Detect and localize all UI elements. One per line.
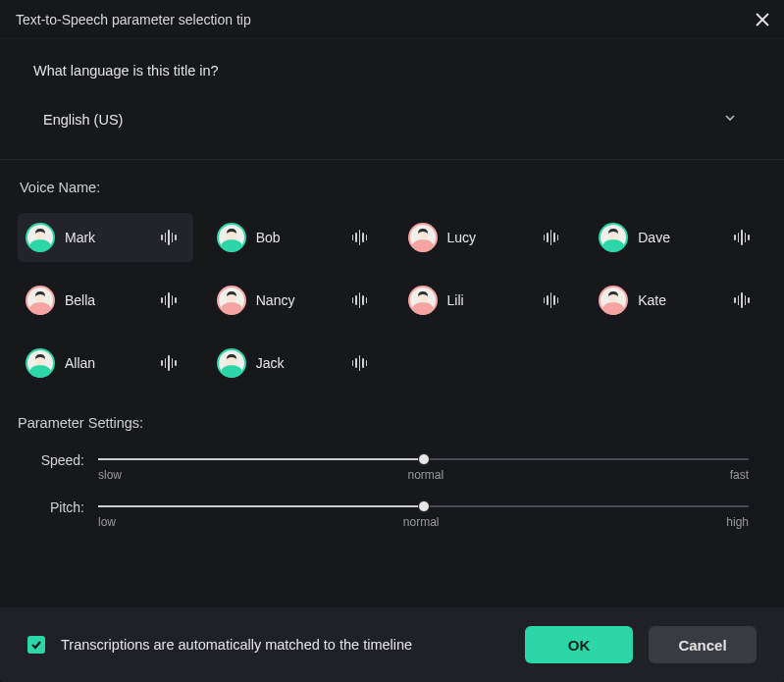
audio-wave-icon [538, 229, 563, 246]
voice-name: Lili [447, 292, 529, 308]
voice-name: Jack [256, 355, 338, 371]
timeline-checkbox[interactable] [27, 636, 45, 654]
pitch-tick-high: high [726, 515, 749, 529]
voice-name: Nancy [256, 292, 338, 308]
speed-tick-low: slow [98, 468, 122, 482]
voice-name: Dave [638, 230, 719, 245]
language-value: English (US) [43, 112, 123, 128]
speed-row: Speed: slow normal fast [18, 452, 766, 482]
voice-section: Voice Name: Mark Bob Lucy [0, 160, 784, 393]
speed-thumb[interactable] [418, 453, 430, 465]
parameter-section-label: Parameter Settings: [18, 415, 766, 431]
dialog-title: Text-to-Speech parameter selection tip [16, 12, 251, 27]
timeline-checkbox-label: Transcriptions are automatically matched… [61, 637, 509, 653]
voice-name: Bella [65, 292, 146, 308]
chevron-down-icon [723, 111, 741, 129]
voice-name: Allan [65, 355, 146, 371]
voice-item-lili[interactable]: Lili [400, 276, 576, 325]
voice-item-jack[interactable]: Jack [209, 339, 385, 388]
voice-avatar-icon [26, 286, 55, 315]
pitch-tick-low: low [98, 515, 116, 529]
voice-item-bob[interactable]: Bob [209, 213, 385, 262]
pitch-tick-labels: low normal high [98, 515, 749, 529]
audio-wave-icon [729, 229, 755, 246]
ok-button[interactable]: OK [525, 626, 633, 663]
audio-wave-icon [729, 291, 755, 309]
speed-tick-high: fast [730, 468, 749, 482]
pitch-thumb[interactable] [418, 500, 430, 512]
voice-item-dave[interactable]: Dave [591, 213, 766, 262]
voice-name: Kate [638, 292, 719, 308]
language-select[interactable]: English (US) [33, 102, 751, 137]
audio-wave-icon [347, 229, 373, 246]
voice-avatar-icon [599, 286, 628, 315]
voice-item-lucy[interactable]: Lucy [400, 213, 576, 262]
language-question: What language is this title in? [33, 63, 751, 79]
audio-wave-icon [538, 291, 563, 309]
audio-wave-icon [347, 354, 373, 372]
pitch-slider[interactable]: low normal high [98, 499, 766, 529]
voice-name: Mark [65, 230, 146, 245]
speed-slider[interactable]: slow normal fast [98, 452, 766, 482]
close-button[interactable] [751, 8, 774, 31]
voice-avatar-icon [26, 223, 55, 252]
close-icon [756, 13, 769, 26]
voice-avatar-icon [408, 223, 438, 252]
voice-avatar-icon [217, 223, 246, 252]
voice-grid: Mark Bob Lucy Dave [18, 213, 766, 388]
voice-item-bella[interactable]: Bella [18, 276, 193, 325]
speed-tick-labels: slow normal fast [98, 468, 749, 482]
pitch-label: Pitch: [18, 499, 98, 515]
dialog-header: Text-to-Speech parameter selection tip [0, 0, 784, 39]
audio-wave-icon [347, 291, 373, 309]
language-section: What language is this title in? English … [0, 39, 784, 159]
voice-item-allan[interactable]: Allan [18, 339, 193, 388]
tts-dialog: Text-to-Speech parameter selection tip W… [0, 0, 784, 682]
voice-section-label: Voice Name: [18, 180, 766, 195]
voice-avatar-icon [217, 348, 246, 378]
voice-avatar-icon [408, 286, 438, 315]
speed-tick-mid: normal [407, 468, 444, 482]
dialog-footer: Transcriptions are automatically matched… [0, 607, 784, 682]
pitch-tick-mid: normal [403, 515, 440, 529]
voice-avatar-icon [217, 286, 246, 315]
voice-avatar-icon [599, 223, 628, 252]
pitch-row: Pitch: low normal high [18, 499, 766, 529]
voice-avatar-icon [26, 348, 55, 378]
voice-name: Bob [256, 230, 338, 245]
voice-item-mark[interactable]: Mark [18, 213, 193, 262]
voice-item-kate[interactable]: Kate [591, 276, 766, 325]
audio-wave-icon [156, 229, 182, 246]
audio-wave-icon [156, 291, 182, 309]
parameter-section: Parameter Settings: Speed: slow normal f… [0, 393, 784, 529]
cancel-button[interactable]: Cancel [649, 626, 757, 663]
voice-item-nancy[interactable]: Nancy [209, 276, 385, 325]
voice-name: Lucy [447, 230, 529, 245]
audio-wave-icon [156, 354, 182, 372]
speed-label: Speed: [18, 452, 98, 468]
check-icon [30, 639, 42, 651]
